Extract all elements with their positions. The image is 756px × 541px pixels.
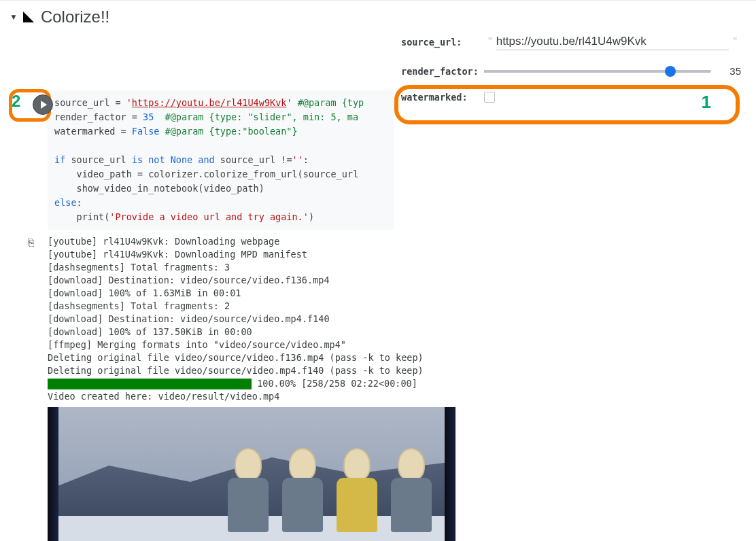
progress-bar <box>48 379 252 389</box>
annotation-marker-2: 2 <box>12 92 20 111</box>
annotation-highlight-1 <box>394 85 740 124</box>
annotation-marker-1: 1 <box>702 92 711 113</box>
output-expand-icon[interactable]: ⎘ <box>28 237 34 248</box>
signal-icon <box>23 12 34 22</box>
run-cell-button[interactable] <box>33 94 53 115</box>
render-factor-slider[interactable] <box>484 70 711 73</box>
section-title: Colorize!! <box>41 7 109 27</box>
source-url-input[interactable] <box>496 33 729 50</box>
code-editor[interactable]: source_url = 'https://youtu.be/rl41U4w9K… <box>48 90 394 230</box>
collapse-section-icon[interactable]: ▼ <box>10 12 18 22</box>
cell-output: [youtube] rl41U4w9Kvk: Downloading webpa… <box>48 230 394 403</box>
render-factor-value: 35 <box>721 65 741 77</box>
quote-icon: " <box>729 36 741 48</box>
render-factor-label: render_factor: <box>401 66 484 77</box>
quote-icon: " <box>484 36 496 48</box>
source-url-label: source_url: <box>401 37 484 48</box>
